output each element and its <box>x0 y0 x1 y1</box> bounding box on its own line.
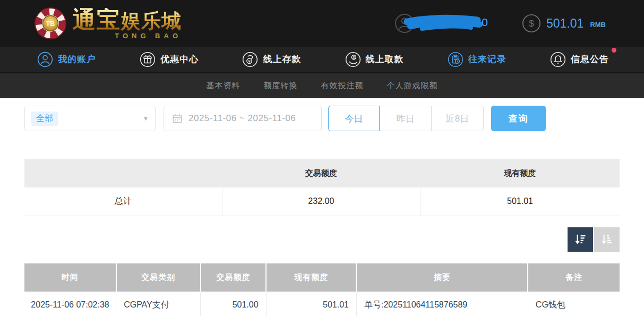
calendar-icon <box>171 113 183 124</box>
record-time: 2025-11-06 07:02:38 <box>24 292 116 316</box>
sort-ascending-button[interactable] <box>594 227 620 252</box>
date-range-value: 2025-11-06 ~ 2025-11-06 <box>188 113 296 124</box>
logo-title: 通宝娱乐城 <box>72 8 182 31</box>
masked-username: 0 <box>418 14 491 32</box>
sort-descending-button[interactable] <box>568 227 593 252</box>
deposit-icon: ¥ <box>242 52 258 67</box>
svg-text:TB: TB <box>46 20 55 28</box>
sort-controls <box>24 227 620 252</box>
table-row: 2025-11-06 07:02:38 CGPAY支付 501.00 501.0… <box>24 292 620 316</box>
records-table: 时间 交易类别 交易额度 现有额度 摘要 备注 2025-11-06 07:02… <box>24 263 620 316</box>
main-content: 全部 ▼ 2025-11-06 ~ 2025-11-06 今日 昨日 近8日 <box>0 98 644 316</box>
records-header-balance: 现有额度 <box>266 263 356 292</box>
summary-table: 交易额度 现有额度 总计 232.00 501.01 <box>24 159 620 216</box>
filter-row: 全部 ▼ 2025-11-06 ~ 2025-11-06 今日 昨日 近8日 <box>24 106 620 131</box>
bell-icon <box>550 52 566 67</box>
nav-label: 信息公告 <box>571 53 609 65</box>
username-display[interactable]: 0 <box>394 13 491 33</box>
record-amount: 501.00 <box>201 292 266 316</box>
summary-header-current-balance: 现有额度 <box>420 159 620 187</box>
nav-label: 往来记录 <box>468 53 506 65</box>
gift-icon <box>140 52 156 67</box>
record-note: CG钱包 <box>528 292 620 316</box>
top-header: TB 通宝娱乐城 TONG BAO <box>0 0 644 47</box>
records-header-row: 时间 交易类别 交易额度 现有额度 摘要 备注 <box>24 263 620 292</box>
nav-label: 线上存款 <box>263 53 301 65</box>
summary-header-row: 交易额度 现有额度 <box>24 159 620 187</box>
chevron-down-icon: ▼ <box>143 115 149 122</box>
poker-chip-logo-icon: TB <box>34 7 67 40</box>
subnav-item-credit-transfer[interactable]: 额度转换 <box>264 81 298 91</box>
nav-label: 我的账户 <box>58 53 96 65</box>
balance-amount: 501.01 <box>546 16 583 31</box>
quick-range-group: 今日 昨日 近8日 <box>328 106 484 131</box>
nav-item-announcements[interactable]: 信息公告 <box>550 52 609 67</box>
range-last8days-button[interactable]: 近8日 <box>432 106 484 131</box>
subnav-item-basic-info[interactable]: 基本资料 <box>207 81 241 91</box>
selected-type-chip: 全部 <box>31 112 58 126</box>
summary-total-row: 总计 232.00 501.01 <box>24 187 620 216</box>
logo-subtitle: TONG BAO <box>72 32 182 39</box>
balance-currency: RMB <box>590 21 606 29</box>
privacy-scribble <box>400 14 491 32</box>
site-logo[interactable]: TB 通宝娱乐城 TONG BAO <box>34 7 182 40</box>
summary-total-current-balance: 501.01 <box>420 187 620 216</box>
records-header-time: 时间 <box>24 263 116 292</box>
record-summary: 单号:202511064115876589 <box>356 292 528 316</box>
logo-title-rest: 娱乐城 <box>121 10 182 32</box>
topbar-right: 0 $ 501.01 RMB <box>394 13 606 33</box>
sort-ascending-icon <box>600 233 614 246</box>
records-header-note: 备注 <box>528 263 620 292</box>
records-icon <box>448 52 463 67</box>
range-today-button[interactable]: 今日 <box>328 106 380 131</box>
transaction-records-page: TB 通宝娱乐城 TONG BAO <box>0 0 644 316</box>
record-type: CGPAY支付 <box>116 292 201 316</box>
sub-navigation: 基本资料 额度转换 有效投注额 个人游戏限额 <box>0 72 644 98</box>
summary-total-label: 总计 <box>24 187 222 216</box>
subnav-item-valid-bets[interactable]: 有效投注额 <box>321 81 364 91</box>
nav-label: 优惠中心 <box>160 53 199 65</box>
svg-text:$: $ <box>353 55 355 59</box>
nav-item-deposit[interactable]: ¥ 线上存款 <box>242 52 301 67</box>
username-suffix: 0 <box>482 16 488 29</box>
records-header-type: 交易类别 <box>116 263 201 292</box>
nav-item-transaction-records[interactable]: 往来记录 <box>448 52 506 67</box>
withdraw-icon: $ <box>345 52 361 67</box>
summary-total-transaction-amount: 232.00 <box>222 187 420 216</box>
nav-item-withdraw[interactable]: $ 线上取款 <box>345 52 404 67</box>
logo-text: 通宝娱乐城 TONG BAO <box>72 8 182 39</box>
svg-text:$: $ <box>529 19 534 29</box>
account-icon <box>37 52 53 67</box>
nav-item-promotions[interactable]: 优惠中心 <box>140 52 199 67</box>
records-header-summary: 摘要 <box>356 263 528 292</box>
records-header-amount: 交易额度 <box>201 263 266 292</box>
transaction-type-select[interactable]: 全部 ▼ <box>24 106 156 131</box>
summary-header-empty <box>24 159 222 187</box>
summary-header-transaction-amount: 交易额度 <box>222 159 420 187</box>
dollar-coin-icon: $ <box>522 14 541 33</box>
search-button[interactable]: 查询 <box>491 106 546 131</box>
nav-label: 线上取款 <box>366 53 404 65</box>
notification-dot <box>612 48 616 53</box>
main-navigation: 我的账户 优惠中心 ¥ 线上存款 <box>0 47 644 72</box>
subnav-item-game-limits[interactable]: 个人游戏限额 <box>387 81 438 91</box>
nav-item-my-account[interactable]: 我的账户 <box>37 52 96 67</box>
date-range-input[interactable]: 2025-11-06 ~ 2025-11-06 <box>164 106 322 131</box>
range-yesterday-button[interactable]: 昨日 <box>380 106 432 131</box>
logo-title-main: 通宝 <box>72 6 121 32</box>
balance-display[interactable]: $ 501.01 RMB <box>522 14 606 33</box>
sort-descending-icon <box>573 233 587 246</box>
record-balance: 501.01 <box>266 292 356 316</box>
